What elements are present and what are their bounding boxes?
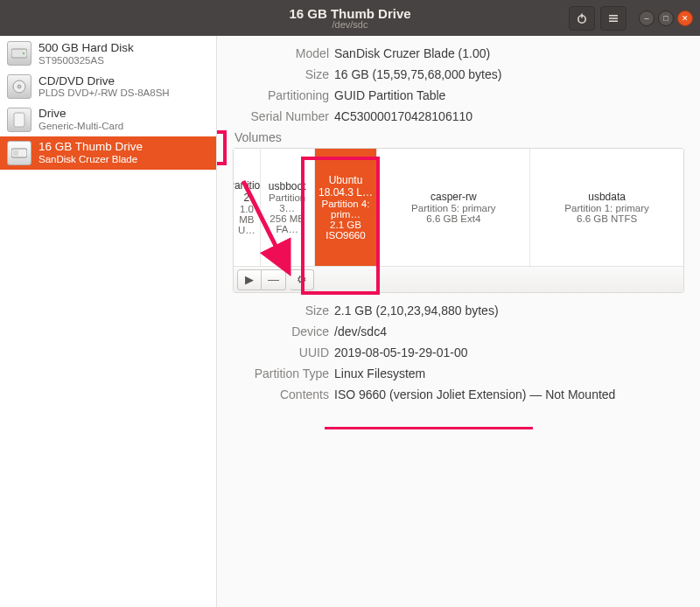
partition-options-button[interactable]: ⚙ bbox=[290, 269, 314, 290]
partition-detail: 256 MB FA… bbox=[262, 213, 312, 234]
minimize-button[interactable]: – bbox=[639, 10, 654, 26]
sidebar-item-label: CD/DVD Drive bbox=[38, 74, 170, 88]
psize-label: Size bbox=[233, 304, 334, 317]
annotation-box bbox=[217, 130, 227, 165]
puuid-value: 2019-08-05-19-29-01-00 bbox=[334, 345, 468, 359]
partitioning-label: Partitioning bbox=[233, 88, 334, 102]
svg-rect-5 bbox=[11, 49, 27, 58]
model-label: Model bbox=[233, 46, 334, 60]
partition-detail: 6.6 GB NTFS bbox=[577, 213, 637, 224]
svg-rect-4 bbox=[609, 20, 618, 22]
size-label: Size bbox=[233, 67, 334, 81]
sidebar-item-label: 500 GB Hard Disk bbox=[38, 41, 134, 55]
partition-name: usbdata bbox=[588, 191, 626, 203]
partition-block[interactable]: casper-rw Partition 5: primary 6.6 GB Ex… bbox=[377, 149, 530, 266]
sidebar-item-thumbdrive[interactable]: 16 GB Thumb DriveSanDisk Cruzer Blade bbox=[0, 136, 216, 170]
serial-label: Serial Number bbox=[233, 109, 334, 123]
close-icon: ✕ bbox=[682, 14, 689, 23]
mount-button[interactable]: ▶ bbox=[237, 269, 262, 290]
content-pane: ModelSanDisk Cruzer Blade (1.00) Size16 … bbox=[217, 36, 700, 607]
partition-name: casper-rw bbox=[430, 191, 477, 203]
hamburger-icon bbox=[607, 12, 620, 24]
sidebar-item-label: 16 GB Thumb Drive bbox=[38, 140, 143, 154]
svg-point-8 bbox=[18, 85, 21, 88]
model-value: SanDisk Cruzer Blade (1.00) bbox=[334, 46, 490, 60]
svg-rect-2 bbox=[609, 15, 618, 17]
menu-button[interactable] bbox=[600, 6, 626, 31]
device-sidebar: 500 GB Hard DiskST9500325AS CD/DVD Drive… bbox=[0, 36, 217, 607]
puuid-label: UUID bbox=[233, 345, 334, 359]
svg-rect-1 bbox=[581, 13, 583, 17]
sidebar-item-sublabel: SanDisk Cruzer Blade bbox=[38, 154, 143, 165]
partition-name: Ubuntu 18.04.3 L… bbox=[317, 174, 375, 199]
sidebar-item-generic[interactable]: DriveGeneric-Multi-Card bbox=[0, 103, 216, 136]
maximize-button[interactable]: □ bbox=[658, 10, 674, 26]
svg-rect-9 bbox=[14, 113, 24, 127]
partition-name: Partition 2 bbox=[234, 179, 261, 204]
partition-block[interactable]: usbdata Partition 1: primary 6.6 GB NTFS bbox=[530, 149, 683, 266]
partition-detail: 6.6 GB Ext4 bbox=[426, 213, 480, 224]
optical-icon bbox=[7, 74, 32, 99]
titlebar: 16 GB Thumb Drive /dev/sdc – □ ✕ bbox=[0, 0, 700, 36]
pdevice-label: Device bbox=[233, 324, 334, 338]
pcontents-label: Contents bbox=[233, 387, 334, 401]
partition-detail: Partition 4: prim… bbox=[317, 199, 375, 220]
partition-detail: 1.0 MB U… bbox=[235, 204, 258, 235]
partitioning-value: GUID Partition Table bbox=[334, 88, 445, 102]
maximize-icon: □ bbox=[663, 14, 668, 23]
ptype-value: Linux Filesystem bbox=[334, 366, 425, 380]
pcontents-value: ISO 9660 (version Joliet Extension) — No… bbox=[334, 387, 615, 401]
delete-partition-button[interactable]: — bbox=[262, 269, 286, 290]
minus-icon: — bbox=[268, 273, 279, 286]
close-button[interactable]: ✕ bbox=[677, 10, 693, 26]
psize-value: 2.1 GB (2,10,23,94,880 bytes) bbox=[334, 304, 499, 317]
card-reader-icon bbox=[7, 108, 32, 132]
power-button[interactable] bbox=[569, 6, 595, 31]
gear-icon: ⚙ bbox=[297, 273, 307, 286]
serial-value: 4C530000170428106110 bbox=[334, 109, 472, 123]
partition-detail: Partition 1: primary bbox=[564, 203, 649, 213]
sidebar-item-label: Drive bbox=[38, 107, 123, 121]
power-icon bbox=[576, 12, 588, 24]
partition-detail: 2.1 GB ISO9660 bbox=[317, 220, 375, 241]
svg-rect-3 bbox=[609, 17, 618, 19]
partition-strip: Partition 2 1.0 MB U… usbboot Partition … bbox=[234, 149, 683, 266]
sidebar-item-optical[interactable]: CD/DVD DrivePLDS DVD+/-RW DS-8A8SH bbox=[0, 71, 216, 104]
size-value: 16 GB (15,59,75,68,000 bytes) bbox=[334, 67, 501, 81]
partition-detail: Partition 5: primary bbox=[411, 203, 496, 213]
sidebar-item-sublabel: ST9500325AS bbox=[38, 55, 134, 66]
partition-block[interactable]: usbboot Partition 3… 256 MB FA… bbox=[261, 149, 315, 266]
partition-name: usbboot bbox=[269, 180, 306, 192]
sidebar-item-sublabel: Generic-Multi-Card bbox=[38, 121, 123, 132]
hdd-icon bbox=[7, 41, 32, 66]
partition-block[interactable]: Partition 2 1.0 MB U… bbox=[234, 149, 261, 266]
usb-drive-icon bbox=[7, 141, 32, 165]
ptype-label: Partition Type bbox=[233, 366, 334, 380]
sidebar-item-sublabel: PLDS DVD+/-RW DS-8A8SH bbox=[38, 87, 170, 99]
minimize-icon: – bbox=[644, 14, 648, 23]
sidebar-item-hdd[interactable]: 500 GB Hard DiskST9500325AS bbox=[0, 38, 216, 71]
annotation-underline bbox=[325, 427, 533, 429]
partition-block-selected[interactable]: Ubuntu 18.04.3 L… Partition 4: prim… 2.1… bbox=[315, 149, 378, 266]
svg-rect-11 bbox=[13, 150, 18, 156]
volumes-box: Partition 2 1.0 MB U… usbboot Partition … bbox=[233, 148, 684, 293]
pdevice-value: /dev/sdc4 bbox=[334, 324, 387, 338]
play-icon: ▶ bbox=[245, 273, 254, 286]
partition-detail: Partition 3… bbox=[262, 192, 312, 213]
svg-point-6 bbox=[23, 52, 24, 54]
volume-toolbar: ▶ — ⚙ bbox=[234, 266, 683, 292]
volumes-section-title: Volumes bbox=[234, 130, 684, 144]
